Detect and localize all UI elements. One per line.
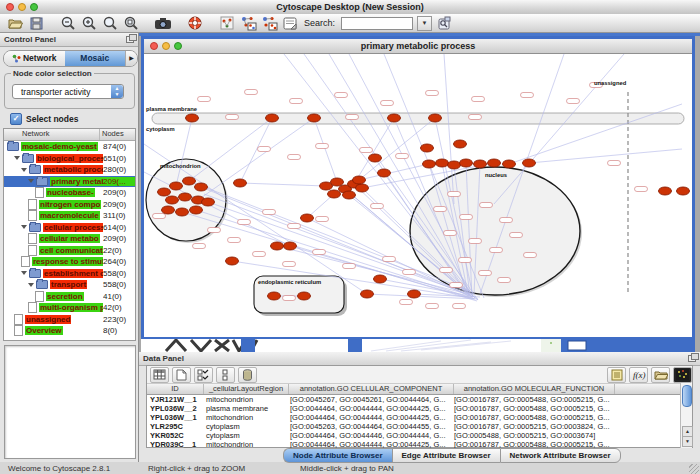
tree-row[interactable]: nitrogen compo209(0)	[4, 199, 135, 211]
network-node[interactable]	[186, 114, 199, 122]
tree-row[interactable]: response to stimulu264(0)	[4, 256, 135, 268]
table-cell[interactable]: YKR052C	[147, 431, 203, 440]
table-cell[interactable]: [GO:0016787, GO:0005488, GO:0005215, G..…	[451, 404, 611, 413]
matrix-view-icon[interactable]	[673, 367, 692, 383]
network-node[interactable]	[202, 198, 215, 206]
close-window-button[interactable]	[6, 3, 14, 11]
tree-row-label[interactable]: mosaic-demo-yeast	[21, 142, 98, 151]
select-nodes-checkbox[interactable]: ✓	[10, 113, 22, 125]
network-node[interactable]	[234, 179, 247, 187]
save-icon[interactable]	[27, 15, 45, 31]
table-cell[interactable]: [GO:0016787, GO:0005488, GO:0005215, G..…	[451, 395, 611, 404]
network-node[interactable]	[361, 290, 374, 298]
scroll-down-icon[interactable]: ▼	[682, 436, 693, 447]
notepad-icon[interactable]	[607, 367, 626, 383]
network-node[interactable]	[369, 154, 382, 162]
table-cell[interactable]: [GO:0044464, GO:0044444, GO:0044425, G..…	[287, 404, 451, 413]
tree-row-label[interactable]: secretion	[46, 292, 84, 301]
tree-row-label[interactable]: cellular metabo	[39, 234, 100, 243]
table-cell[interactable]: [GO:0045263, GO:0044464, GO:0044455, G..…	[287, 422, 451, 431]
tab-scroll-right-icon[interactable]: ▶	[125, 51, 137, 66]
network-node[interactable]	[388, 114, 401, 122]
tree-row[interactable]: cell communicat22(0)	[4, 245, 135, 257]
table-cell[interactable]: YDR039C__1	[147, 440, 203, 449]
network-node[interactable]	[503, 160, 516, 168]
table-cell[interactable]: cytoplasm	[203, 422, 287, 431]
import-attributes-icon[interactable]	[651, 367, 670, 383]
network-node[interactable]	[301, 214, 314, 222]
new-attribute-icon[interactable]	[172, 367, 191, 383]
table-cell[interactable]: YJR121W__1	[147, 395, 203, 404]
network-node[interactable]	[454, 140, 467, 148]
network-node[interactable]	[378, 169, 391, 177]
network-node[interactable]	[421, 144, 434, 152]
layout-a-icon[interactable]	[239, 15, 257, 31]
tab-node-attribute-browser[interactable]: Node Attribute Browser	[283, 448, 392, 463]
table-cell[interactable]: [GO:0044464, GO:0044444, GO:0044425, G..…	[287, 413, 451, 422]
zoom-out-icon[interactable]	[59, 15, 77, 31]
network-node[interactable]	[328, 190, 341, 198]
scrollbar-thumb[interactable]	[682, 385, 692, 407]
tree-row-label[interactable]: Overview	[25, 326, 63, 335]
network-node[interactable]	[523, 159, 536, 167]
network-node[interactable]	[374, 275, 387, 283]
tree-row[interactable]: metabolic process280(0)	[4, 164, 135, 176]
expand-arrow-icon[interactable]	[28, 179, 34, 183]
network-node[interactable]	[183, 177, 196, 185]
zoom-fit-icon[interactable]	[122, 15, 140, 31]
network-window-controls[interactable]	[150, 42, 182, 50]
network-node[interactable]	[353, 176, 366, 184]
tree-row[interactable]: cellular metabo209(0)	[4, 233, 135, 245]
attribute-table-header[interactable]: ID _cellularLayoutRegion annotation.GO C…	[147, 384, 682, 395]
close-view-button[interactable]	[150, 42, 158, 50]
table-cell[interactable]: YPL036W__2	[147, 404, 203, 413]
table-cell[interactable]: plasma membrane	[203, 404, 287, 413]
tree-row-label[interactable]: multi-organism pro	[39, 303, 103, 312]
network-node[interactable]	[158, 188, 171, 196]
column-id[interactable]: ID	[147, 384, 204, 394]
network-node[interactable]	[266, 114, 279, 122]
tree-row-label[interactable]: nucleobase-	[46, 188, 95, 197]
vizmapper-icon[interactable]	[218, 15, 236, 31]
network-view-window[interactable]: primary metabolic process plasma membran…	[141, 36, 695, 339]
table-row[interactable]: YLR295Ccytoplasm[GO:0045263, GO:0044464,…	[147, 422, 682, 431]
annotation-icon[interactable]	[281, 15, 299, 31]
network-node[interactable]	[268, 292, 281, 300]
network-node[interactable]	[166, 196, 179, 204]
table-cell[interactable]: [GO:0045267, GO:0045261, GO:0044464, G..…	[287, 395, 451, 404]
tree-row[interactable]: primary metabo209(...	[4, 176, 135, 188]
network-node[interactable]	[162, 206, 175, 214]
table-row[interactable]: YPL036W__2plasma membrane[GO:0044464, GO…	[147, 404, 682, 413]
network-node[interactable]	[448, 161, 461, 169]
expand-arrow-icon[interactable]	[21, 271, 27, 275]
column-cellular-component[interactable]: annotation.GO CELLULAR_COMPONENT	[289, 384, 454, 394]
network-edge[interactable]	[314, 118, 337, 182]
zoom-window-button[interactable]	[30, 3, 38, 11]
network-node[interactable]	[436, 159, 449, 167]
delete-attribute-icon[interactable]	[238, 367, 257, 383]
tree-row[interactable]: multi-organism pro42(0)	[4, 302, 135, 314]
network-node[interactable]	[343, 191, 356, 199]
network-edge[interactable]	[494, 54, 624, 204]
expand-arrow-icon[interactable]	[21, 168, 27, 172]
unselect-attributes-icon[interactable]	[216, 367, 235, 383]
table-row[interactable]: YJR121W__1mitochondrion[GO:0045267, GO:0…	[147, 395, 682, 404]
network-canvas[interactable]: plasma membranecytoplasmmitochondrionnuc…	[144, 54, 692, 337]
tree-row[interactable]: macromolecule311(0)	[4, 210, 135, 222]
table-row[interactable]: YPL036W__1mitochondrion[GO:0044464, GO:0…	[147, 413, 682, 422]
tree-row-label[interactable]: metabolic process	[43, 165, 103, 174]
network-node[interactable]	[677, 187, 690, 195]
network-node[interactable]	[226, 257, 239, 265]
table-scrollbar[interactable]: ▲ ▼	[680, 383, 692, 448]
expand-arrow-icon[interactable]	[28, 283, 34, 287]
network-node[interactable]	[429, 114, 442, 122]
tree-row-label[interactable]: primary metabo	[50, 177, 103, 186]
tree-row-label[interactable]: cellular process	[43, 223, 103, 232]
tree-row-label[interactable]: transport	[50, 280, 87, 289]
tab-network[interactable]: Network	[4, 51, 65, 66]
birds-eye-view[interactable]	[4, 345, 136, 459]
tree-row[interactable]: transport558(0)	[4, 279, 135, 291]
zoom-in-icon[interactable]	[80, 15, 98, 31]
attribute-grid-icon[interactable]	[150, 367, 169, 383]
network-node[interactable]	[284, 242, 297, 250]
